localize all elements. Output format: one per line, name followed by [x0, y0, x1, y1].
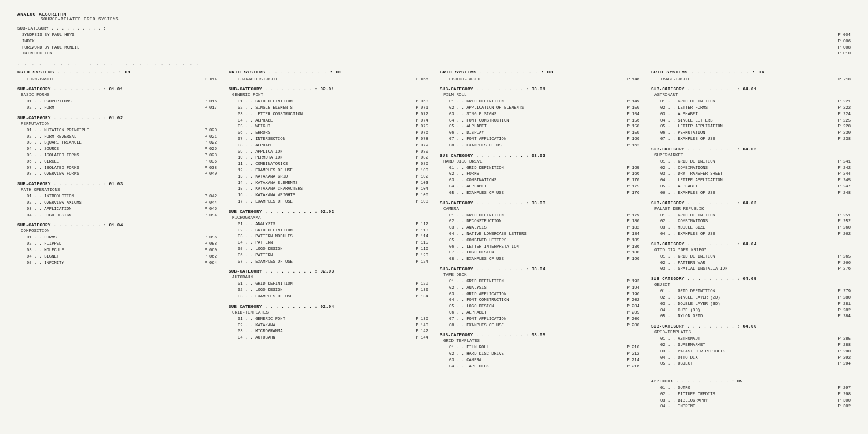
sub-category-label: SUB-CATEGORY . . . . . . . . . : 02.03	[229, 269, 428, 274]
entry-page: P 129	[408, 281, 428, 287]
entry-page: P 010	[830, 50, 851, 57]
entry-page: P 247	[830, 183, 851, 190]
toc-entry: 05 . . NYLON GRIDP 284	[651, 313, 851, 319]
column-4: GRID SYSTEMS . . . . . . . . . . : 04IMA…	[651, 69, 851, 413]
sub-category-title: TAPE DECK	[440, 273, 639, 277]
sub-category-label: SUB-CATEGORY . . . . . . . . . : 04.02	[651, 147, 851, 152]
entry-label: 07 . . EXAMPLES OF USE	[651, 136, 830, 142]
book-title: ANALOG ALGORITHM	[17, 12, 851, 17]
entry-label: 17 . . EXAMPLES OF USE	[229, 198, 408, 205]
entry-page: P 115	[408, 240, 428, 246]
entry-label: 01 . . MUTATION PRINCIPLE	[17, 127, 197, 134]
sub-category-section: SUB-CATEGORY . . . . . . . . . : 04.03PA…	[651, 201, 851, 237]
toc-entry: 03 . . COMBINATIONSP 170	[440, 177, 639, 183]
toc-entry: 01 . . INTRODUCTIONP 042	[17, 193, 217, 200]
entry-label: 03 . . DRY TRANSFER SHEET	[651, 171, 830, 177]
toc-entry: 05 . . INFINITYP 064	[17, 260, 217, 266]
toc-entry: 01 . . MUTATION PRINCIPLEP 020	[17, 127, 217, 134]
toc-entry: 04 . . PATTERNP 115	[229, 240, 428, 246]
toc-entry: 03 . . SPATIAL INSTALLATIONP 276	[651, 266, 851, 272]
entry-page: P 190	[619, 256, 639, 262]
toc-entry: 02 . . COMBINATIONSP 252	[651, 218, 851, 225]
intro-entry: INTRODUCTIONP 010	[17, 50, 851, 57]
appendix-entry: 01 . . OUTROP 297	[651, 385, 851, 391]
entry-label: 03 . . PALAST DER REPUBLIK	[651, 348, 830, 355]
entry-label: 06 . . ERRORS	[229, 130, 408, 136]
entry-page: P 166	[619, 171, 639, 177]
sub-category-title: GRID-TEMPLATES	[651, 330, 851, 334]
entry-page: P 016	[197, 98, 217, 105]
entry-page: P 058	[197, 241, 217, 247]
entry-page: P 017	[197, 105, 217, 111]
sub-category-title: FILM ROLL	[440, 93, 639, 97]
entry-page: P 205	[619, 310, 639, 316]
entry-label: SYNOPSIS BY PAUL HEYS	[22, 32, 830, 38]
entry-page: P 004	[830, 32, 851, 38]
entry-label: 02 . . SINGLE ELEMENTS	[229, 105, 408, 111]
entry-label: 03 . . SQUARE TRIANGLE	[17, 139, 197, 146]
sub-category-section: SUB-CATEGORY . . . . . . . . . : 04.04OT…	[651, 242, 851, 272]
entry-label: 07 . . LOGO DESIGN	[440, 249, 619, 256]
entry-label: 07 . . ISOLATED FORMS	[17, 165, 197, 171]
intro-entry: SYNOPSIS BY PAUL HEYSP 004	[17, 32, 851, 38]
toc-entry: 16 . . KATAKANA WEIGHTSP 106	[229, 192, 428, 198]
toc-entry: 06 . . ERRORSP 076	[229, 130, 428, 136]
toc-entry: 06 . . PATTERNP 120	[229, 252, 428, 259]
column-header-section: GRID SYSTEMS . . . . . . . . . . : 04IMA…	[651, 69, 851, 82]
sub-category-section: SUB-CATEGORY . . . . . . . . . : 02.03AU…	[229, 269, 428, 299]
entry-label: 11 . . COMBINATORICS	[229, 161, 408, 167]
toc-entry: 14 . . KATAKANA ELEMENTSP 103	[229, 180, 428, 186]
col-header-page: P 066	[416, 77, 428, 82]
entry-page: P 180	[619, 218, 639, 225]
entry-label: 02 . . APPLICATION OF ELEMENTS	[440, 105, 619, 111]
entry-page: P 302	[830, 403, 851, 410]
toc-entry: 08 . . ALPHABETP 079	[229, 142, 428, 149]
col-header-page: P 218	[838, 77, 851, 82]
entry-page: P 176	[619, 190, 639, 196]
entry-label: 02 . . ANALYSIS	[440, 285, 619, 291]
entry-page: P 076	[408, 130, 428, 136]
entry-label: 06 . . PATTERN	[229, 252, 408, 259]
toc-entry: 03 . . PALAST DER REPUBLIKP 290	[651, 348, 851, 355]
toc-entry: 02 . . HARD DISC DRIVEP 212	[440, 351, 639, 357]
column-3: GRID SYSTEMS . . . . . . . . . . : 03OBJ…	[440, 69, 639, 413]
toc-entry: 04 . . CUBE (3D)P 282	[651, 307, 851, 314]
toc-entry: 01 . . GENERIC FONTP 136	[229, 316, 428, 322]
sub-category-label: SUB-CATEGORY . . . . . . . . . : 01.04	[17, 223, 217, 227]
entry-page: P 281	[830, 301, 851, 307]
entry-label: 03 . . APPLICATION	[17, 206, 197, 212]
entry-page: P 292	[830, 355, 851, 361]
entry-label: 04 . . SINGLE LETTERS	[651, 117, 830, 124]
toc-entry: 05 . . LOGO DESIGNP 204	[440, 303, 639, 310]
toc-entry: 05 . . OBJECTP 294	[651, 361, 851, 367]
toc-entry: 04 . . ALPHABETP 175	[440, 183, 639, 190]
entry-label: 04 . . AUTOBAHN	[229, 334, 408, 341]
entry-label: 06 . . CIRCLE	[17, 159, 197, 165]
intro-entry: FOREWORD BY PAUL MCNEILP 008	[17, 45, 851, 51]
entry-label: 05 . . OBJECT	[651, 361, 830, 367]
toc-entry: 01 . . GRID DEFINITIONP 241	[651, 159, 851, 165]
sub-category-label: SUB-CATEGORY . . . . . . . . . : 02.02	[229, 209, 428, 214]
entry-page: P 252	[830, 218, 851, 225]
sub-category-title: PATH OPERATIONS	[17, 187, 217, 192]
entry-label: INDEX	[22, 38, 830, 45]
entry-label: 05 . . EXAMPLES OF USE	[440, 190, 619, 196]
entry-label: INTRODUCTION	[22, 50, 830, 57]
entry-page: P 288	[830, 342, 851, 348]
entry-label: 05 . . INFINITY	[17, 260, 197, 266]
entry-label: 01 . . INTRODUCTION	[17, 193, 197, 200]
entry-label: 09 . . APPLICATION	[229, 149, 408, 155]
entry-page: P 082	[408, 155, 428, 161]
toc-entry: 07 . . EXAMPLES OF USEP 238	[651, 136, 851, 142]
appendix-entry: 04 . . IMPRINTP 302	[651, 403, 851, 410]
toc-entry: 03 . . MICROGRAMMAP 142	[229, 328, 428, 334]
entry-label: 15 . . KATAKANA CHARACTERS	[229, 186, 408, 192]
column-header-section: GRID SYSTEMS . . . . . . . . . . : 02CHA…	[229, 69, 428, 82]
entry-label: 04 . . ALPHABET	[440, 183, 619, 190]
entry-label: 03 . . GRID APPLICATION	[440, 291, 619, 297]
sub-category-section: SUB-CATEGORY . . . . . . . . . : 02.01GE…	[229, 87, 428, 205]
sub-category-section: SUB-CATEGORY . . . . . . . . . : 03.05GR…	[440, 333, 639, 369]
entry-page: P 120	[408, 252, 428, 259]
toc-entry: 10 . . PERMUTATIONP 082	[229, 155, 428, 161]
entry-page: P 230	[830, 130, 851, 136]
